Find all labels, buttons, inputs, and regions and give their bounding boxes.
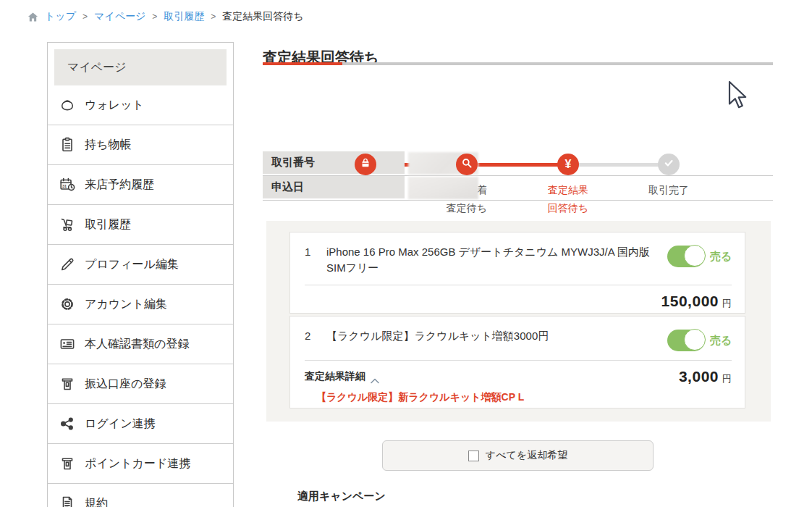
- breadcrumb-link-mypage[interactable]: マイページ: [94, 10, 145, 23]
- chevron-up-icon: [371, 374, 379, 380]
- point-card-icon: [59, 455, 76, 472]
- toggle-knob: [684, 329, 706, 351]
- detail-price-row: 査定結果詳細 3,000円: [290, 361, 745, 385]
- breadcrumb-separator: >: [83, 12, 88, 22]
- assessment-detail-expander[interactable]: 査定結果詳細: [305, 370, 379, 383]
- transaction-info-table: 取引番号 申込日: [263, 151, 773, 201]
- sell-toggle-label: 売る: [710, 250, 732, 264]
- assessment-detail-label: 査定結果詳細: [305, 370, 365, 383]
- price-unit: 円: [722, 298, 732, 309]
- pencil-icon: [59, 256, 76, 273]
- sidebar-item-account-edit[interactable]: アカウント編集: [48, 285, 233, 324]
- wallet-icon: [59, 96, 76, 114]
- svg-text:31: 31: [62, 184, 67, 188]
- return-all-button[interactable]: すべてを返却希望: [382, 440, 654, 471]
- sidebar-item-belongings[interactable]: 持ち物帳: [48, 125, 233, 165]
- table-row: 申込日: [263, 176, 773, 201]
- item-card-1: 1 iPhone 16 Pro Max 256GB デザートチタニウム MYWJ…: [289, 232, 745, 314]
- return-all-label: すべてを返却希望: [486, 449, 567, 462]
- item-name: 【ラクウル限定】ラクウルキット増額3000円: [321, 328, 654, 344]
- sidebar-item-label: 持ち物帳: [85, 138, 131, 153]
- sidebar-item-label: 本人確認書類の登録: [85, 337, 189, 352]
- application-date-value-redacted: [408, 177, 478, 199]
- breadcrumb-link-top[interactable]: トップ: [45, 10, 76, 23]
- step-circle-assessment-result: ¥: [557, 154, 579, 175]
- price-row: 150,000円: [290, 285, 745, 310]
- bank-terminal-icon: [59, 375, 76, 393]
- transaction-history-icon: [59, 216, 76, 233]
- share-icon: [59, 415, 76, 432]
- yen-icon: ¥: [565, 159, 572, 170]
- sidebar-item-label: 取引履歴: [85, 217, 131, 232]
- item-name: iPhone 16 Pro Max 256GB デザートチタニウム MYWJ3J…: [321, 244, 654, 276]
- item-card-2: 2 【ラクウル限定】ラクウルキット増額3000円 売る 査定結果詳細 3,000…: [289, 316, 745, 408]
- price-row: 3,000円: [679, 368, 732, 385]
- gear-icon: [59, 296, 76, 313]
- sidebar-item-wallet[interactable]: ウォレット: [48, 85, 233, 125]
- step-circle-transaction-complete: [658, 154, 680, 175]
- sidebar-item-label: ウォレット: [85, 98, 144, 113]
- sidebar-item-label: 規約: [85, 496, 108, 507]
- sidebar-item-label: アカウント編集: [85, 297, 167, 312]
- item-price: 3,000: [679, 368, 719, 385]
- document-icon: [59, 495, 76, 507]
- sidebar-item-terms[interactable]: 規約: [48, 484, 233, 507]
- main-content: 査定結果回答待ち ¥ 申込完了 商品到着査定待ち: [263, 0, 773, 507]
- item-price: 150,000: [661, 293, 719, 309]
- step-circle-arrival-assessment: [456, 154, 478, 175]
- sell-toggle[interactable]: [667, 246, 705, 267]
- progress-stepper: ¥ 申込完了 商品到着査定待ち 査定結果回答待ち 取引完了: [263, 72, 773, 145]
- sell-toggle[interactable]: [667, 330, 705, 351]
- item-header: 1 iPhone 16 Pro Max 256GB デザートチタニウム MYWJ…: [290, 232, 745, 276]
- sidebar: マイページ ウォレット 持ち物帳 31 来店予約履歴 取引履歴 プロフィール編集: [47, 42, 234, 507]
- sidebar-item-profile-edit[interactable]: プロフィール編集: [48, 245, 233, 285]
- calendar-clock-icon: 31: [59, 176, 76, 193]
- sidebar-item-bank-account[interactable]: 振込口座の登録: [48, 364, 233, 404]
- assessment-items-panel: 1 iPhone 16 Pro Max 256GB デザートチタニウム MYWJ…: [266, 221, 771, 422]
- sidebar-item-visit-history[interactable]: 31 来店予約履歴: [48, 165, 233, 205]
- sidebar-item-point-card-link[interactable]: ポイントカード連携: [48, 444, 233, 484]
- breadcrumb-link-history[interactable]: 取引履歴: [164, 10, 204, 23]
- breadcrumb-separator: >: [152, 12, 157, 22]
- sidebar-item-label: ログイン連携: [85, 416, 156, 432]
- check-icon: [662, 156, 675, 172]
- sidebar-item-label: プロフィール編集: [85, 257, 179, 272]
- sidebar-item-identity-docs[interactable]: 本人確認書類の登録: [48, 324, 233, 364]
- sell-toggle-wrap: 売る: [667, 244, 732, 267]
- application-date-label: 申込日: [263, 176, 405, 198]
- sidebar-item-transaction-history[interactable]: 取引履歴: [48, 205, 233, 245]
- item-number: 1: [305, 244, 321, 258]
- sell-toggle-wrap: 売る: [667, 328, 732, 351]
- item-header: 2 【ラクウル限定】ラクウルキット増額3000円 売る: [290, 317, 745, 351]
- title-underline: [263, 62, 773, 65]
- breadcrumb-separator: >: [211, 12, 216, 22]
- price-unit: 円: [722, 373, 732, 384]
- sidebar-item-login-link[interactable]: ログイン連携: [48, 404, 233, 444]
- home-icon: [28, 12, 38, 22]
- return-all-checkbox[interactable]: [468, 451, 479, 461]
- sidebar-header-mypage: マイページ: [54, 49, 227, 85]
- sidebar-item-label: 振込口座の登録: [85, 377, 166, 392]
- sidebar-item-label: ポイントカード連携: [85, 456, 190, 472]
- sidebar-item-label: 来店予約履歴: [85, 177, 154, 193]
- table-row: 取引番号: [263, 151, 773, 176]
- applied-campaign-heading: 適用キャンペーン: [297, 490, 386, 503]
- sell-toggle-label: 売る: [710, 334, 732, 348]
- item-number: 2: [305, 328, 321, 342]
- item-campaign-text: 【ラクウル限定】新ラクウルキット増額CP L: [290, 385, 745, 404]
- magnifier-icon: [460, 156, 473, 172]
- step-circle-application-complete: [355, 154, 376, 175]
- package-icon: [359, 156, 372, 172]
- clipboard-icon: [59, 136, 76, 154]
- toggle-knob: [684, 245, 706, 267]
- transaction-number-label: 取引番号: [263, 151, 405, 174]
- id-card-icon: [59, 335, 76, 353]
